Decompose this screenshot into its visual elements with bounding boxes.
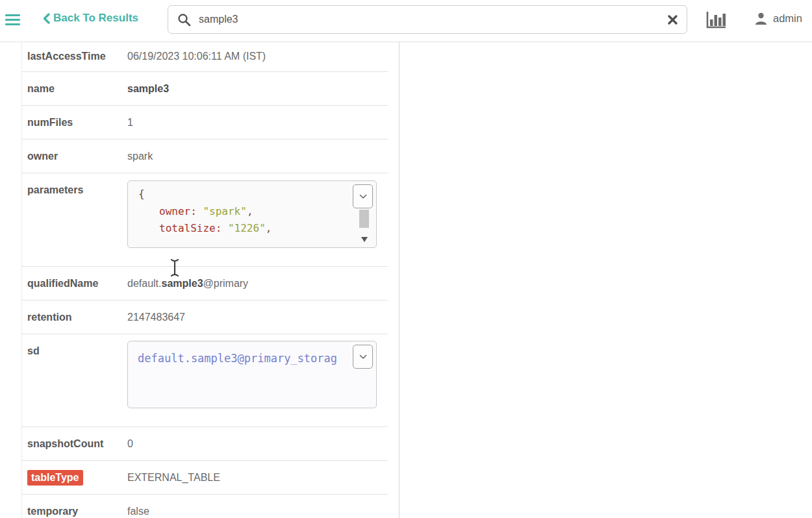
sd-entity-link[interactable]: default.sample3@primary_storag [138,352,337,365]
property-value: false [127,506,388,517]
property-value: 2147483647 [127,312,388,323]
expand-collapse-button[interactable] [353,345,373,369]
search-input[interactable] [199,14,668,25]
user-icon [754,12,768,25]
property-row-tabletype: tableType EXTERNAL_TABLE [22,460,388,494]
property-row-numfiles: numFiles 1 [22,105,388,139]
properties-table: lastAccessTime 06/19/2023 10:06:11 AM (I… [21,42,388,518]
clear-search-icon[interactable] [668,15,678,25]
chevron-left-icon [43,13,50,24]
property-value: EXTERNAL_TABLE [127,472,388,484]
text-cursor-ibeam [170,258,180,280]
property-key: retention [22,312,127,323]
property-value: sample3 [127,83,388,95]
back-to-results-link[interactable]: Back To Results [43,12,138,25]
property-row-temporary: temporary false [22,494,388,518]
json-line: owner: "spark", [159,205,253,217]
top-bar: Back To Results admin [0,0,812,42]
property-value: 06/19/2023 10:06:11 AM (IST) [127,51,388,62]
user-menu[interactable]: admin [754,12,802,25]
search-icon [177,13,191,27]
scrollbar-thumb[interactable] [359,210,369,228]
property-row-lastaccesstime: lastAccessTime 06/19/2023 10:06:11 AM (I… [22,42,388,71]
parameters-json-box[interactable]: { owner: "spark", totalSize: "1226", [127,180,377,248]
property-row-owner: owner spark [22,139,388,173]
hamburger-menu-icon[interactable] [5,14,20,26]
property-row-parameters: parameters { owner: "spark", totalSize: … [22,173,388,266]
property-key: parameters [22,173,127,196]
property-row-name: name sample3 [22,71,388,105]
atlas-detail-page: { "header": { "back_label": "Back To Res… [0,0,812,518]
search-term-highlight: tableType [27,470,83,486]
property-key: sd [22,334,127,357]
property-key: snapshotCount [22,438,127,450]
property-row-retention: retention 2147483647 [22,300,388,334]
property-row-snapshotcount: snapshotCount 0 [22,426,388,460]
sd-reference-box[interactable]: default.sample3@primary_storag [127,341,377,408]
username-label: admin [773,12,802,25]
search-term-highlight: sample3 [161,278,203,289]
search-box[interactable] [168,5,687,34]
property-key: owner [22,151,127,162]
property-key: numFiles [22,117,127,129]
property-key: temporary [22,506,127,517]
property-key: name [22,83,127,95]
json-line: totalSize: "1226", [159,222,272,234]
json-open-brace: { [138,188,145,200]
scrollbar-down-arrow-icon[interactable] [361,237,368,242]
back-to-results-label: Back To Results [53,12,138,25]
property-key: tableType [22,472,127,484]
statistics-chart-icon[interactable] [705,11,728,30]
property-row-qualifiedname: qualifiedName default.sample3@primary [22,266,388,300]
panel-divider [399,42,400,518]
property-key: lastAccessTime [22,51,127,62]
property-value: 1 [127,117,388,129]
property-key: qualifiedName [22,278,127,290]
property-value: 0 [127,438,388,450]
expand-collapse-button[interactable] [353,184,373,208]
property-value: spark [127,151,388,162]
property-row-sd: sd default.sample3@primary_storag [22,334,388,426]
property-value: default.sample3@primary [127,278,388,290]
